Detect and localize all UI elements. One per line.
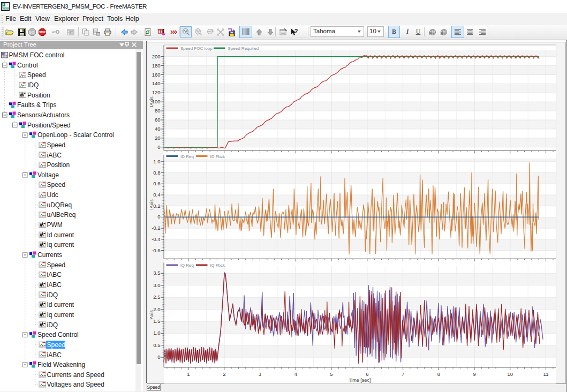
svg-text:7: 7 xyxy=(402,371,404,377)
svg-text:iQ Fbck: iQ Fbck xyxy=(210,263,226,268)
svg-text:-0.2: -0.2 xyxy=(152,225,160,231)
svg-text:3.5: 3.5 xyxy=(153,270,160,276)
svg-text:Time [sec]: Time [sec] xyxy=(349,378,371,383)
svg-text:Speed Required: Speed Required xyxy=(228,46,259,51)
svg-text:40: 40 xyxy=(155,126,161,132)
svg-text:200: 200 xyxy=(152,54,161,59)
svg-text:1.0: 1.0 xyxy=(153,330,160,336)
svg-text:3.0: 3.0 xyxy=(153,282,160,288)
svg-text:11: 11 xyxy=(543,371,549,377)
svg-text:60: 60 xyxy=(155,117,161,123)
svg-text:ID Fbck: ID Fbck xyxy=(210,154,226,159)
svg-text:0.6: 0.6 xyxy=(153,180,160,186)
svg-text:IAxis: IAxis xyxy=(149,310,154,321)
svg-text:0.8: 0.8 xyxy=(153,170,160,176)
svg-text:2.0: 2.0 xyxy=(153,306,160,312)
svg-text:Speed FOC loop: Speed FOC loop xyxy=(180,46,213,51)
svg-text:120: 120 xyxy=(152,89,161,95)
svg-text:3: 3 xyxy=(259,371,261,377)
svg-text:180: 180 xyxy=(152,63,161,69)
svg-text:10: 10 xyxy=(508,371,513,377)
svg-text:IAxis: IAxis xyxy=(149,96,154,107)
svg-text:4: 4 xyxy=(294,371,297,377)
svg-text:0: 0 xyxy=(157,354,160,360)
svg-text:iQ Req: iQ Req xyxy=(180,263,194,268)
svg-text:ID Req: ID Req xyxy=(180,154,194,159)
svg-text:1.5: 1.5 xyxy=(153,318,160,324)
svg-text:1.0: 1.0 xyxy=(153,159,160,164)
svg-text:8: 8 xyxy=(437,371,440,377)
svg-text:80: 80 xyxy=(155,108,161,114)
svg-text:0: 0 xyxy=(157,144,160,150)
svg-text:0.2: 0.2 xyxy=(153,203,160,209)
svg-text:9: 9 xyxy=(473,371,475,377)
svg-text:2: 2 xyxy=(223,371,225,377)
svg-text:-0.6: -0.6 xyxy=(152,247,160,253)
svg-text:1: 1 xyxy=(187,371,190,377)
svg-text:5: 5 xyxy=(330,371,332,377)
svg-text:0: 0 xyxy=(157,214,160,220)
svg-text:IAxis: IAxis xyxy=(149,199,154,210)
svg-text:20: 20 xyxy=(155,135,161,141)
svg-text:0.4: 0.4 xyxy=(153,192,160,198)
svg-text:6: 6 xyxy=(366,371,368,377)
svg-text:2.5: 2.5 xyxy=(153,294,160,300)
svg-text:-0.4: -0.4 xyxy=(152,236,160,242)
svg-text:0.5: 0.5 xyxy=(153,342,160,348)
svg-text:160: 160 xyxy=(152,72,161,78)
svg-text:140: 140 xyxy=(152,80,161,86)
